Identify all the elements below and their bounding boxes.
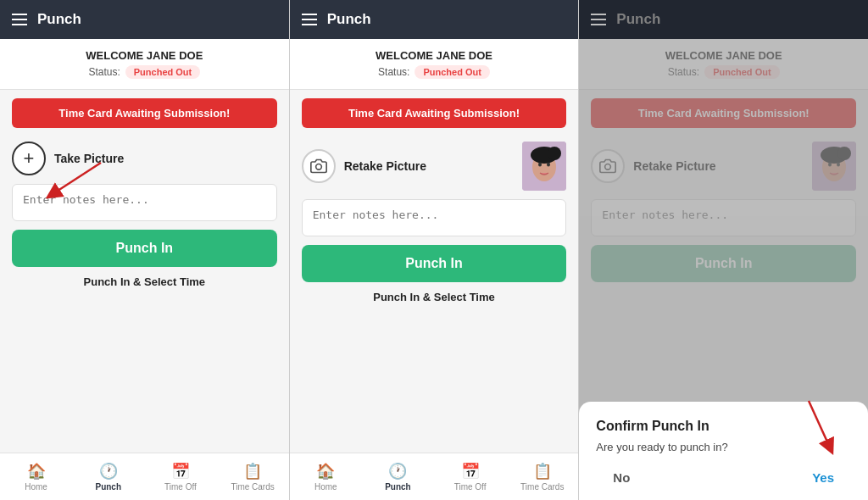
topbar-2: Punch xyxy=(290,0,579,39)
modal-overlay-3[interactable]: Confirm Punch In Are you ready to punch … xyxy=(579,0,868,500)
nav-timeoff-1[interactable]: 📅 Time Off xyxy=(144,453,216,500)
nav-home-1[interactable]: 🏠 Home xyxy=(0,453,72,500)
content-1: + Take Picture Punch In Punch In & Selec… xyxy=(0,133,289,453)
alert-banner-2[interactable]: Time Card Awaiting Submission! xyxy=(302,98,567,128)
retake-picture-button-2[interactable] xyxy=(302,149,336,183)
photo-thumbnail-2 xyxy=(522,142,566,191)
nav-timecards-1[interactable]: 📋 Time Cards xyxy=(217,453,289,500)
punch-in-button-1[interactable]: Punch In xyxy=(12,230,277,267)
screen-1: Punch WELCOME JANE DOE Status: Punched O… xyxy=(0,0,290,500)
bottom-nav-1: 🏠 Home 🕐 Punch 📅 Time Off 📋 Time Cards xyxy=(0,453,289,500)
nav-timeoff-label-1: Time Off xyxy=(164,482,197,492)
modal-yes-button-3[interactable]: Yes xyxy=(795,467,851,488)
timecards-icon-2: 📋 xyxy=(533,462,552,481)
status-badge-1: Punched Out xyxy=(125,65,200,79)
home-icon-2: 🏠 xyxy=(316,462,335,481)
picture-row-2: Retake Picture xyxy=(302,142,567,191)
take-picture-label-1: Take Picture xyxy=(54,152,124,165)
punch-select-label-2: Punch In & Select Time xyxy=(302,291,567,303)
menu-icon-2[interactable] xyxy=(302,14,317,25)
punch-select-label-1: Punch In & Select Time xyxy=(12,275,277,288)
screen-3: Punch WELCOME JANE DOE Status: Punched O… xyxy=(579,0,868,500)
picture-row-1: + Take Picture xyxy=(12,142,277,175)
nav-timeoff-2[interactable]: 📅 Time Off xyxy=(434,453,506,500)
arrow-to-yes xyxy=(800,397,843,456)
screen-2: Punch WELCOME JANE DOE Status: Punched O… xyxy=(290,0,580,500)
screens-container: Punch WELCOME JANE DOE Status: Punched O… xyxy=(0,0,868,500)
alert-banner-1[interactable]: Time Card Awaiting Submission! xyxy=(12,98,277,128)
status-row-2: Status: Punched Out xyxy=(303,65,565,79)
punch-icon-1: 🕐 xyxy=(99,462,118,481)
nav-home-label-1: Home xyxy=(25,482,47,492)
topbar-title-2: Punch xyxy=(327,11,371,28)
welcome-name-2: WELCOME JANE DOE xyxy=(303,49,565,62)
nav-timecards-label-2: Time Cards xyxy=(520,482,564,492)
svg-point-7 xyxy=(538,163,542,167)
timecards-icon-1: 📋 xyxy=(243,462,262,481)
modal-no-button-3[interactable]: No xyxy=(596,467,647,488)
notes-input-1[interactable] xyxy=(12,184,277,221)
svg-point-2 xyxy=(315,164,321,170)
take-picture-button-1[interactable]: + xyxy=(12,142,46,175)
notes-input-2[interactable] xyxy=(302,199,567,236)
confirm-modal-3: Confirm Punch In Are you ready to punch … xyxy=(579,402,868,500)
topbar-1: Punch xyxy=(0,0,289,39)
retake-picture-label-2: Retake Picture xyxy=(344,159,426,173)
bottom-nav-2: 🏠 Home 🕐 Punch 📅 Time Off 📋 Time Cards xyxy=(290,453,579,500)
nav-punch-2[interactable]: 🕐 Punch xyxy=(362,453,434,500)
punch-in-button-2[interactable]: Punch In xyxy=(302,245,567,282)
timeoff-icon-2: 📅 xyxy=(461,462,480,481)
nav-punch-label-2: Punch xyxy=(385,482,411,492)
nav-punch-1[interactable]: 🕐 Punch xyxy=(72,453,144,500)
topbar-title-1: Punch xyxy=(37,11,81,28)
timeoff-icon-1: 📅 xyxy=(171,462,190,481)
nav-timeoff-label-2: Time Off xyxy=(454,482,487,492)
modal-actions-3: No Yes xyxy=(596,467,851,488)
svg-point-8 xyxy=(547,163,550,167)
nav-timecards-2[interactable]: 📋 Time Cards xyxy=(506,453,578,500)
home-icon-1: 🏠 xyxy=(27,462,46,481)
content-2: Retake Picture xyxy=(290,133,579,453)
welcome-area-1: WELCOME JANE DOE Status: Punched Out xyxy=(0,39,289,90)
welcome-name-1: WELCOME JANE DOE xyxy=(14,49,275,62)
svg-point-6 xyxy=(548,147,561,160)
status-label-1: Status: xyxy=(88,66,120,78)
welcome-area-2: WELCOME JANE DOE Status: Punched Out xyxy=(290,39,579,90)
status-row-1: Status: Punched Out xyxy=(14,65,275,79)
nav-timecards-label-1: Time Cards xyxy=(231,482,274,492)
menu-icon-1[interactable] xyxy=(12,14,27,25)
punch-icon-2: 🕐 xyxy=(388,462,407,481)
status-label-2: Status: xyxy=(378,66,409,78)
svg-line-17 xyxy=(809,401,830,447)
nav-punch-label-1: Punch xyxy=(95,482,121,492)
nav-home-2[interactable]: 🏠 Home xyxy=(290,453,362,500)
nav-home-label-2: Home xyxy=(314,482,337,492)
status-badge-2: Punched Out xyxy=(415,65,489,79)
